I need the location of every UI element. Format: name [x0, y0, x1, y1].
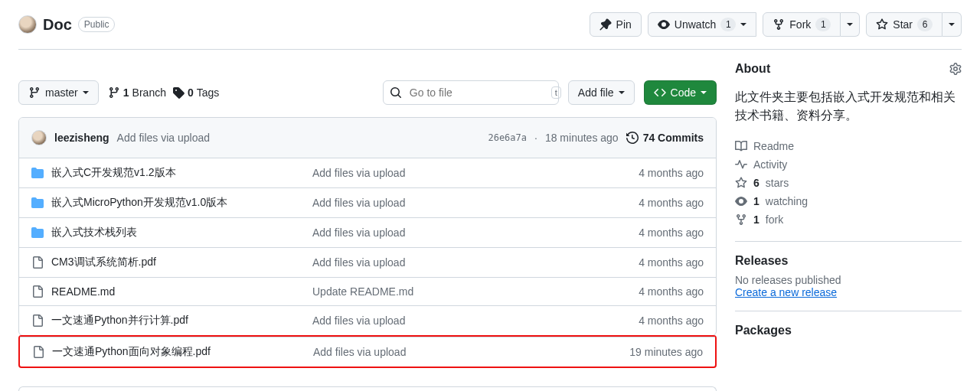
file-name[interactable]: 一文速通Python并行计算.pdf [51, 314, 188, 327]
file-commit-message[interactable]: Update README.md [312, 285, 587, 298]
file-commit-message[interactable]: Add files via upload [312, 226, 587, 239]
fork-button[interactable]: Fork 1 [763, 12, 841, 37]
file-commit-message[interactable]: Add files via upload [312, 197, 587, 209]
caret-down-icon [740, 23, 746, 26]
file-name[interactable]: 嵌入式MicroPython开发规范v1.0版本 [51, 196, 227, 210]
file-commit-message[interactable]: Add files via upload [312, 314, 587, 327]
star-count: 6 [917, 18, 933, 31]
activity-link[interactable]: Activity [735, 155, 962, 174]
file-name[interactable]: 一文速通Python面向对象编程.pdf [52, 345, 211, 359]
tags-link[interactable]: 0 Tags [172, 86, 219, 99]
file-name[interactable]: 嵌入式技术栈列表 [51, 226, 137, 239]
folder-icon [31, 226, 44, 239]
file-commit-message[interactable]: Add files via upload [312, 256, 587, 269]
stars-link[interactable]: 6 stars [735, 174, 962, 192]
caret-down-icon [949, 23, 955, 26]
file-time: 4 months ago [596, 226, 704, 239]
branch-select-button[interactable]: master [18, 80, 99, 105]
fork-menu-button[interactable] [841, 12, 860, 37]
tags-label: Tags [197, 86, 220, 99]
commit-sha[interactable]: 26e6a7a [488, 132, 527, 143]
fork-count: 1 [815, 18, 831, 31]
commit-author[interactable]: leezisheng [54, 132, 109, 144]
file-icon [31, 285, 44, 298]
star-button[interactable]: Star 6 [866, 12, 942, 37]
caret-down-icon [701, 91, 707, 94]
owner-avatar[interactable] [18, 15, 37, 34]
star-menu-button[interactable] [942, 12, 962, 37]
file-row: 嵌入式C开发规范v1.2版本Add files via upload4 mont… [19, 158, 716, 187]
eye-icon [658, 18, 670, 31]
file-row: 一文速通Python面向对象编程.pdfAdd files via upload… [20, 337, 715, 367]
unwatch-label: Unwatch [675, 18, 716, 31]
file-commit-message[interactable]: Add files via upload [312, 167, 587, 179]
search-icon [390, 86, 402, 99]
branches-count: 1 [123, 86, 129, 99]
star-icon [876, 18, 888, 31]
repo-name[interactable]: Doc [43, 16, 72, 34]
about-description: 此文件夹主要包括嵌入式开发规范和相关技术书籍、资料分享。 [735, 88, 962, 125]
add-file-label: Add file [578, 86, 614, 99]
forks-link[interactable]: 1 fork [735, 210, 962, 229]
watching-link[interactable]: 1 watching [735, 192, 962, 210]
code-button[interactable]: Code [644, 80, 717, 105]
pin-label: Pin [616, 18, 632, 31]
star-label: Star [893, 18, 913, 31]
commits-link[interactable]: 74 Commits [626, 132, 704, 144]
file-time: 4 months ago [596, 256, 704, 269]
visibility-badge: Public [78, 17, 116, 32]
readme-link[interactable]: Readme [735, 137, 962, 155]
branches-link[interactable]: 1 Branch [108, 86, 166, 99]
pin-button[interactable]: Pin [590, 12, 642, 37]
file-icon [31, 314, 44, 327]
no-releases: No releases published [735, 274, 962, 286]
gear-icon[interactable] [949, 63, 962, 75]
caret-down-icon [83, 91, 89, 94]
watch-count: 1 [720, 18, 736, 31]
readme-box-top [18, 386, 717, 391]
history-icon [626, 132, 639, 144]
folder-icon [31, 197, 44, 209]
packages-title[interactable]: Packages [735, 324, 962, 337]
file-row: 嵌入式MicroPython开发规范v1.0版本Add files via up… [19, 187, 716, 217]
about-title: About [735, 62, 770, 76]
fork-icon [773, 18, 785, 31]
file-time: 4 months ago [596, 285, 704, 298]
file-commit-message[interactable]: Add files via upload [313, 346, 586, 358]
file-name[interactable]: 嵌入式C开发规范v1.2版本 [51, 166, 176, 180]
caret-down-icon [619, 91, 625, 94]
create-release-link[interactable]: Create a new release [735, 286, 837, 298]
commit-message[interactable]: Add files via upload [117, 132, 210, 144]
file-time: 19 minutes ago [596, 346, 703, 358]
pin-icon [599, 18, 612, 31]
branch-icon [28, 86, 41, 99]
file-time: 4 months ago [596, 314, 704, 327]
star-icon [735, 177, 747, 189]
search-input[interactable] [408, 86, 545, 99]
file-row: 一文速通Python并行计算.pdfAdd files via upload4 … [19, 305, 716, 335]
tags-count: 0 [188, 86, 194, 99]
file-row: 嵌入式技术栈列表Add files via upload4 months ago [19, 217, 716, 247]
code-label: Code [671, 86, 696, 99]
file-row: README.mdUpdate README.md4 months ago [19, 277, 716, 305]
file-time: 4 months ago [596, 167, 704, 179]
code-icon [654, 86, 666, 99]
file-row: CM3调试系统简析.pdfAdd files via upload4 month… [19, 247, 716, 277]
file-icon [31, 256, 44, 269]
commit-time: 18 minutes ago [545, 132, 619, 144]
file-search[interactable]: t [383, 80, 559, 105]
pulse-icon [735, 158, 747, 171]
commit-author-avatar[interactable] [31, 130, 47, 145]
file-icon [32, 346, 44, 358]
search-kbd: t [551, 86, 561, 99]
file-name[interactable]: README.md [51, 285, 115, 298]
folder-icon [31, 167, 44, 179]
fork-icon [735, 213, 747, 226]
unwatch-button[interactable]: Unwatch 1 [648, 12, 756, 37]
fork-label: Fork [789, 18, 811, 31]
file-name[interactable]: CM3调试系统简析.pdf [51, 256, 156, 269]
caret-down-icon [847, 23, 853, 26]
releases-title[interactable]: Releases [735, 254, 962, 268]
book-icon [735, 140, 747, 152]
add-file-button[interactable]: Add file [568, 80, 635, 105]
